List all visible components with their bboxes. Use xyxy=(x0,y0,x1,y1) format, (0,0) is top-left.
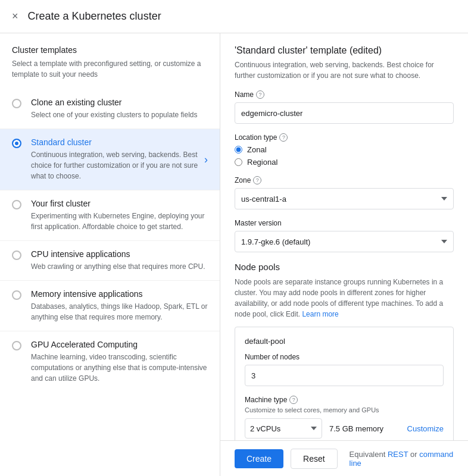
close-icon[interactable]: × xyxy=(12,10,18,23)
sidebar-item-name-cpu: CPU intensive applications xyxy=(31,249,208,259)
main-layout: Cluster templates Select a template with… xyxy=(0,33,468,476)
master-version-select[interactable]: 1.9.7-gke.6 (default) xyxy=(235,231,454,252)
name-label: Name ? xyxy=(235,90,454,99)
sidebar-item-desc-gpu: Machine learning, video transcoding, sci… xyxy=(31,352,208,384)
right-panel: 'Standard cluster' template (edited) Con… xyxy=(220,33,468,476)
right-panel-description: Continuous integration, web serving, bac… xyxy=(235,60,454,81)
equivalent-text: Equivalent REST or command line xyxy=(350,450,454,468)
num-nodes-group: Number of nodes xyxy=(245,353,444,386)
sidebar-item-name-first: Your first cluster xyxy=(31,199,208,208)
num-nodes-label: Number of nodes xyxy=(245,353,444,361)
machine-type-select[interactable]: 2 vCPUs xyxy=(245,418,322,439)
sidebar-item-desc-standard: Continuous integration, web serving, bac… xyxy=(31,149,199,181)
memory-label: 7.5 GB memory xyxy=(329,424,383,433)
name-field-group: Name ? xyxy=(235,90,454,124)
sidebar-item-first[interactable]: Your first clusterExperimenting with Kub… xyxy=(0,190,220,241)
sidebar-item-cpu[interactable]: CPU intensive applicationsWeb crawling o… xyxy=(0,241,220,281)
node-pool-name: default-pool xyxy=(245,337,444,346)
reset-button[interactable]: Reset xyxy=(291,449,338,469)
radio-zonal[interactable]: Zonal xyxy=(235,145,454,154)
sidebar-item-desc-first: Experimenting with Kubernetes Engine, de… xyxy=(31,211,208,232)
zone-select[interactable]: us-central1-a xyxy=(235,188,454,209)
left-panel-description: Select a template with preconfigured set… xyxy=(0,58,220,89)
location-help-icon[interactable]: ? xyxy=(279,133,288,142)
name-input[interactable] xyxy=(235,102,454,124)
right-panel-wrapper: 'Standard cluster' template (edited) Con… xyxy=(220,33,468,476)
dialog-header: × Create a Kubernetes cluster xyxy=(0,0,468,33)
bottom-bar: Create Reset Equivalent REST or command … xyxy=(220,440,468,476)
machine-type-label: Machine type ? xyxy=(245,396,444,404)
template-list: Clone an existing clusterSelect one of y… xyxy=(0,89,220,392)
sidebar-item-name-clone: Clone an existing cluster xyxy=(31,98,208,107)
left-panel-title: Cluster templates xyxy=(0,45,220,58)
master-version-label: Master version xyxy=(235,219,454,227)
node-pools-title: Node pools xyxy=(235,262,454,272)
zone-field-group: Zone ? us-central1-a xyxy=(235,176,454,209)
sidebar-item-memory[interactable]: Memory intensive applicationsDatabases, … xyxy=(0,281,220,331)
location-type-label: Location type ? xyxy=(235,133,454,142)
sidebar-item-name-gpu: GPU Accelerated Computing xyxy=(31,340,208,349)
radio-cpu xyxy=(12,250,21,260)
node-pools-description: Node pools are separate instance groups … xyxy=(235,277,454,320)
sidebar-item-clone[interactable]: Clone an existing clusterSelect one of y… xyxy=(0,89,220,129)
sidebar-item-desc-cpu: Web crawling or anything else that requi… xyxy=(31,261,208,272)
zone-help-icon[interactable]: ? xyxy=(253,176,261,184)
dialog-title: Create a Kubernetes cluster xyxy=(28,10,161,23)
num-nodes-input[interactable] xyxy=(245,365,444,386)
sidebar-item-standard[interactable]: Standard clusterContinuous integration, … xyxy=(0,129,220,190)
create-button[interactable]: Create xyxy=(235,449,283,468)
name-help-icon[interactable]: ? xyxy=(256,90,264,99)
sidebar-item-gpu[interactable]: GPU Accelerated ComputingMachine learnin… xyxy=(0,331,220,392)
rest-link[interactable]: REST xyxy=(388,450,408,459)
machine-type-group: Machine type ? Customize to select cores… xyxy=(245,396,444,439)
machine-type-sublabel: Customize to select cores, memory and GP… xyxy=(245,406,444,414)
right-panel-title: 'Standard cluster' template (edited) xyxy=(235,45,454,56)
location-type-group: Location type ? Zonal Regional xyxy=(235,133,454,167)
radio-regional[interactable]: Regional xyxy=(235,158,454,167)
machine-type-row: 2 vCPUs 7.5 GB memory Customize xyxy=(245,418,444,439)
radio-first xyxy=(12,200,21,209)
radio-standard xyxy=(12,139,21,148)
machine-type-help-icon[interactable]: ? xyxy=(289,396,298,404)
sidebar-item-desc-clone: Select one of your existing clusters to … xyxy=(31,109,208,120)
chevron-right-icon: › xyxy=(204,154,208,166)
radio-memory xyxy=(12,290,21,300)
sidebar-item-desc-memory: Databases, analytics, things like Hadoop… xyxy=(31,301,208,322)
sidebar-item-name-memory: Memory intensive applications xyxy=(31,289,208,299)
sidebar-item-name-standard: Standard cluster xyxy=(31,137,199,147)
left-panel: Cluster templates Select a template with… xyxy=(0,33,220,476)
radio-clone xyxy=(12,99,21,108)
zone-label: Zone ? xyxy=(235,176,454,184)
customize-link[interactable]: Customize xyxy=(407,424,444,433)
learn-more-link[interactable]: Learn more xyxy=(302,310,338,318)
radio-gpu xyxy=(12,341,21,350)
master-version-group: Master version 1.9.7-gke.6 (default) xyxy=(235,219,454,252)
